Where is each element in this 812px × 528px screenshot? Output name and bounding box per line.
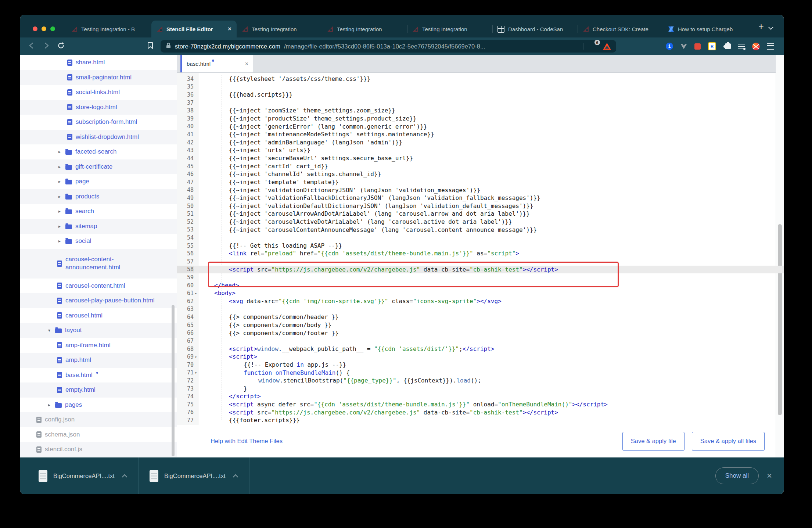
code-editor[interactable]: 34{{{stylesheet '/assets/css/theme.css'}… (177, 73, 784, 425)
editor-tab-base-html[interactable]: base.html × (180, 55, 253, 72)
tree-file-row[interactable]: config.json (20, 412, 177, 427)
code-line[interactable]: 66{{> components/common/footer }} (177, 329, 784, 337)
code-line[interactable]: 49{{~inject 'validationFallbackDictionar… (177, 194, 784, 202)
code-line[interactable]: 45{{~inject 'cartId' cart_id}} (177, 162, 784, 170)
code-line[interactable]: 54 (177, 234, 784, 242)
tree-folder-row[interactable]: ▸faceted-search (20, 144, 177, 159)
chevron-right-icon[interactable]: ▸ (57, 149, 62, 154)
editor-tab-close-icon[interactable]: × (245, 61, 248, 67)
new-tab-button[interactable]: + (754, 23, 768, 30)
tree-folder-row[interactable]: ▸search (20, 204, 177, 219)
code-line[interactable]: 40{{~inject 'genericError' (lang 'common… (177, 123, 784, 131)
code-line[interactable]: 58<script src="https://js.chargebee.com/… (177, 266, 784, 274)
tree-file-row[interactable]: schema.json (20, 427, 177, 442)
download-item[interactable]: BigCommerceAPI....txt (28, 457, 139, 494)
close-window-button[interactable] (33, 26, 37, 31)
code-line[interactable]: 76<script src="https://js.chargebee.com/… (177, 409, 784, 417)
code-line[interactable]: 43{{~inject 'urls' urls}} (177, 146, 784, 154)
code-line[interactable]: 57 (177, 258, 784, 266)
address-bar[interactable]: store-70nzgix2cd.mybigcommerce.com/manag… (161, 40, 616, 53)
red-square-extension-icon[interactable] (694, 43, 701, 50)
reload-button[interactable] (57, 42, 65, 51)
tree-file-row[interactable]: social-links.html (20, 85, 177, 100)
browser-menu-icon[interactable] (767, 43, 774, 50)
brave-shield-icon[interactable]: 6 (589, 42, 597, 51)
chevron-up-icon[interactable] (122, 474, 127, 478)
chevron-right-icon[interactable]: ▸ (57, 194, 62, 199)
tree-file-row[interactable]: stencil.conf.js (20, 442, 177, 457)
code-line[interactable]: 72window.stencilBootstrap("{{page_type}}… (177, 377, 784, 385)
browser-tab[interactable]: Dashboard - CodeSan (492, 21, 578, 37)
code-line[interactable]: 50{{~inject 'validationDefaultDictionary… (177, 202, 784, 210)
minimize-window-button[interactable] (42, 26, 46, 31)
tree-file-row[interactable]: carousel-content.html (20, 279, 177, 294)
fold-arrow-icon[interactable]: ▾ (194, 355, 198, 359)
code-line[interactable]: 38{{~inject 'zoomSize' theme_settings.zo… (177, 107, 784, 115)
fold-arrow-icon[interactable]: ▾ (194, 291, 198, 295)
tree-file-row[interactable]: small-paginator.html (20, 70, 177, 85)
code-line[interactable]: 62<svg data-src="{{cdn 'img/icon-sprite.… (177, 297, 784, 305)
extensions-puzzle-icon[interactable] (725, 43, 731, 49)
chevron-right-icon[interactable]: ▸ (57, 209, 62, 214)
code-line[interactable]: 37 (177, 99, 784, 107)
browser-tab[interactable]: Checkout SDK: Create (578, 21, 663, 37)
onepassword-extension-icon[interactable] (666, 43, 673, 50)
tree-file-row[interactable]: store-logo.html (20, 100, 177, 115)
maximize-window-button[interactable] (50, 26, 55, 31)
vue-devtools-extension-icon[interactable] (680, 44, 687, 49)
code-line[interactable]: 35 (177, 83, 784, 91)
chevron-right-icon[interactable]: ▸ (57, 238, 62, 244)
browser-tab[interactable]: Testing Integration (322, 21, 407, 37)
code-line[interactable]: 56<link rel="preload" href="{{cdn 'asset… (177, 249, 784, 258)
code-line[interactable]: 59 (177, 273, 784, 281)
tree-folder-row[interactable]: ▸gift-certificate (20, 159, 177, 175)
code-line[interactable]: 75<script async defer src="{{cdn 'assets… (177, 401, 784, 409)
shelf-close-icon[interactable]: × (767, 471, 772, 481)
tree-file-row[interactable]: subscription-form.html (20, 115, 177, 130)
save-apply-file-button[interactable]: Save & apply file (622, 432, 685, 451)
tree-folder-row[interactable]: ▸sitemap (20, 219, 177, 234)
code-line[interactable]: 53{{~inject 'carouselContentAnnounceMess… (177, 226, 784, 234)
browser-tab[interactable]: Stencil File Editor× (151, 21, 237, 37)
chevron-right-icon[interactable]: ▸ (57, 179, 62, 184)
refresh-r-extension-icon[interactable] (708, 42, 716, 50)
back-button[interactable] (28, 42, 36, 51)
tree-file-row[interactable]: base.html (20, 368, 177, 383)
tree-file-row[interactable]: carousel.html (20, 308, 177, 323)
tree-folder-row[interactable]: ▸page (20, 174, 177, 189)
fold-arrow-icon[interactable]: ▾ (194, 371, 198, 375)
chevron-right-icon[interactable]: ▸ (57, 224, 62, 229)
code-line[interactable]: 77{{{footer.scripts}}} (177, 416, 784, 424)
brave-rewards-icon[interactable] (603, 43, 611, 50)
code-line[interactable]: 63 (177, 305, 784, 313)
code-line[interactable]: 74</script> (177, 392, 784, 401)
code-line[interactable]: 65{{> components/common/body }} (177, 321, 784, 329)
code-line[interactable]: 60</head> (177, 281, 784, 290)
tree-file-row[interactable]: carousel-content-announcement.html (20, 249, 177, 279)
code-line[interactable]: 34{{{stylesheet '/assets/css/theme.css'}… (177, 75, 784, 83)
code-line[interactable]: 67 (177, 337, 784, 345)
browser-tab[interactable]: Testing Integration - B (66, 21, 151, 37)
code-line[interactable]: 51{{~inject 'carouselArrowAndDotAriaLabe… (177, 210, 784, 218)
chevron-right-icon[interactable]: ▸ (57, 164, 62, 169)
code-line[interactable]: 61▾<body> (177, 289, 784, 297)
tree-folder-row[interactable]: ▸pages (20, 398, 177, 413)
code-line[interactable]: 48{{~inject 'validationDictionaryJSON' (… (177, 186, 784, 194)
sphere-extension-icon[interactable] (752, 43, 760, 50)
tree-folder-row[interactable]: ▾layout (20, 323, 177, 338)
tab-close-icon[interactable]: × (228, 25, 231, 33)
tree-file-row[interactable]: empty.html (20, 382, 177, 398)
chevron-right-icon[interactable]: ▸ (47, 402, 52, 407)
code-line[interactable]: 73} (177, 385, 784, 393)
help-link[interactable]: Help with Edit Theme Files (211, 438, 283, 445)
browser-tab[interactable]: How to setup Chargeb (663, 21, 748, 37)
tree-folder-row[interactable]: ▸products (20, 189, 177, 204)
save-apply-all-files-button[interactable]: Save & apply all files (692, 432, 765, 451)
code-line[interactable]: 70{{!-- Exported in app.js --}} (177, 361, 784, 369)
chevron-down-icon[interactable]: ▾ (47, 328, 52, 333)
bookmark-icon[interactable] (147, 42, 154, 51)
code-line[interactable]: 68<script>window.__webpack_public_path__… (177, 345, 784, 353)
download-item[interactable]: BigCommerceAPI....txt (139, 457, 249, 494)
tab-search-chevron-icon[interactable] (768, 25, 773, 29)
code-line[interactable]: 64{{> components/common/header }} (177, 313, 784, 321)
